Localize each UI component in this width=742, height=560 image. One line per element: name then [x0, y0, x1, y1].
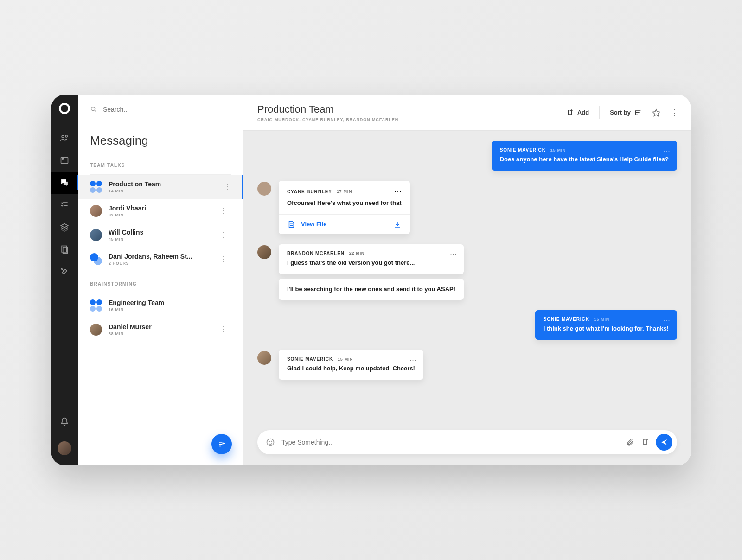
svg-point-0	[62, 135, 64, 138]
sort-icon	[634, 109, 642, 116]
more-icon[interactable]: ⋮	[224, 186, 231, 188]
new-conversation-button[interactable]	[211, 434, 232, 454]
composer-input[interactable]	[281, 439, 620, 446]
chat-scroll[interactable]: SONIE MAVERICK 15 MIN ⋯ Does anyone here…	[243, 131, 691, 430]
message-row: CYANE BURNLEY 17 MIN ⋯ Ofcourse! Here's …	[257, 181, 677, 234]
conversation-production-team[interactable]: Production Team 14 MIN ⋮	[78, 175, 243, 199]
message-sender: SONIE MAVERICK	[500, 147, 546, 153]
sender-avatar	[257, 245, 271, 259]
chat-members: CRAIG MURDOCK, CYANE BURNLEY, BRANDON MC…	[257, 117, 398, 122]
conversation-daniel[interactable]: Daniel Murser 38 MIN ⋮	[90, 318, 231, 342]
message-sender: SONIE MAVERICK	[287, 356, 333, 362]
conversation-time: 32 MIN	[109, 213, 146, 217]
sender-avatar	[257, 351, 271, 365]
svg-point-27	[271, 441, 272, 442]
current-user-avatar[interactable]	[58, 441, 71, 455]
nav-rail	[51, 95, 78, 465]
message-row: SONIE MAVERICK 15 MIN ⋯ I think she got …	[257, 310, 677, 340]
conversation-time: 16 MIN	[109, 307, 164, 312]
message-sender: BRANDON MCFARLEN	[287, 251, 345, 256]
message-bubble-incoming: SONIE MAVERICK 15 MIN ⋯ Glad I could hel…	[279, 350, 423, 380]
svg-rect-3	[62, 159, 64, 160]
conversation-time: 38 MIN	[109, 331, 152, 336]
conversation-dani-raheem[interactable]: Dani Jordans, Raheem St... 2 HOURS ⋮	[90, 247, 231, 271]
message-time: 22 MIN	[349, 251, 365, 255]
message-row: SONIE MAVERICK 15 MIN ⋯ Glad I could hel…	[257, 350, 677, 380]
message-sender: CYANE BURNLEY	[287, 189, 332, 194]
emoji-icon[interactable]	[266, 438, 275, 447]
message-text: Ofcourse! Here's what you need for that	[287, 199, 402, 208]
message-more-icon[interactable]: ⋯	[450, 250, 457, 258]
message-row: SONIE MAVERICK 15 MIN ⋯ Does anyone here…	[257, 141, 677, 171]
message-bubble-outgoing: SONIE MAVERICK 15 MIN ⋯ I think she got …	[535, 310, 677, 340]
add-label: Add	[577, 109, 589, 116]
add-button[interactable]: Add	[566, 109, 589, 116]
chat-main: Production Team CRAIG MURDOCK, CYANE BUR…	[243, 95, 691, 465]
nav-messaging[interactable]	[51, 172, 78, 194]
svg-point-9	[61, 268, 62, 269]
message-time: 15 MIN	[550, 148, 566, 153]
message-time: 15 MIN	[594, 317, 609, 322]
message-bubble-incoming: BRANDON MCFARLEN 22 MIN ⋯ I guess that's…	[279, 244, 464, 274]
more-icon[interactable]: ⋮	[671, 112, 679, 114]
conversation-name: Jordi Vbaari	[109, 204, 146, 212]
message-bubble-outgoing: SONIE MAVERICK 15 MIN ⋯ Does anyone here…	[492, 141, 677, 171]
send-button[interactable]	[656, 434, 672, 451]
nav-tools[interactable]	[51, 261, 78, 283]
svg-line-11	[95, 110, 96, 112]
message-text: Glad I could help, Keep me updated. Chee…	[287, 364, 415, 373]
attachment-icon[interactable]	[626, 438, 634, 446]
group-brainstorming: BRAINSTORMING	[90, 281, 231, 286]
message-sender: SONIE MAVERICK	[544, 317, 589, 322]
nav-layers[interactable]	[51, 216, 78, 238]
chat-title: Production Team	[257, 103, 398, 115]
conversation-time: 14 MIN	[109, 189, 161, 193]
sender-avatar	[257, 182, 271, 196]
conversation-time: 45 MIN	[109, 237, 143, 242]
message-text: I guess that's the old version you got t…	[287, 259, 455, 267]
conversation-name: Will Collins	[109, 229, 143, 236]
conversation-sidebar: Messaging TEAM TALKS Production Team 14 …	[78, 95, 243, 465]
more-icon[interactable]: ⋮	[220, 210, 227, 212]
download-icon[interactable]	[393, 220, 402, 229]
conversation-name: Engineering Team	[109, 299, 164, 306]
message-text: I think she got what I'm looking for, Th…	[544, 325, 669, 333]
file-message-card: CYANE BURNLEY 17 MIN ⋯ Ofcourse! Here's …	[279, 181, 410, 234]
svg-point-10	[91, 107, 95, 110]
message-text: Does anyone here have the latest Siena's…	[500, 155, 669, 164]
nav-tasks[interactable]	[51, 194, 78, 216]
view-file-button[interactable]: View File	[301, 221, 326, 228]
conversation-name: Daniel Murser	[109, 323, 152, 331]
star-icon[interactable]	[652, 108, 660, 117]
conversation-will[interactable]: Will Collins 45 MIN ⋮	[90, 223, 231, 247]
group-team-talks: TEAM TALKS	[90, 163, 231, 168]
chat-topbar: Production Team CRAIG MURDOCK, CYANE BUR…	[243, 95, 691, 131]
more-icon[interactable]: ⋮	[220, 329, 227, 331]
svg-marker-20	[653, 109, 660, 116]
nav-dashboard[interactable]	[51, 149, 78, 172]
svg-point-26	[269, 441, 270, 442]
more-icon[interactable]: ⋮	[220, 258, 227, 260]
message-more-icon[interactable]: ⋯	[663, 316, 671, 324]
search-bar[interactable]	[78, 95, 243, 124]
sort-button[interactable]: Sort by	[610, 109, 642, 116]
more-icon[interactable]: ⋮	[220, 234, 227, 236]
message-more-icon[interactable]: ⋯	[663, 146, 671, 155]
message-more-icon[interactable]: ⋯	[409, 356, 417, 364]
sort-label: Sort by	[610, 109, 631, 116]
share-icon[interactable]	[641, 438, 649, 446]
nav-notifications[interactable]	[51, 411, 78, 433]
export-icon	[566, 109, 574, 116]
nav-documents[interactable]	[51, 238, 78, 261]
message-more-icon[interactable]: ⋯	[394, 187, 402, 196]
divider	[599, 106, 600, 119]
search-input[interactable]	[103, 106, 231, 113]
nav-contacts[interactable]	[51, 127, 78, 149]
svg-marker-6	[61, 224, 68, 228]
conversation-name: Production Team	[109, 180, 161, 188]
message-text: I'll be searching for the new ones and s…	[287, 285, 455, 294]
conversation-jordi[interactable]: Jordi Vbaari 32 MIN ⋮	[90, 199, 231, 223]
conversation-engineering-team[interactable]: Engineering Team 16 MIN	[90, 293, 231, 318]
message-composer	[257, 430, 677, 454]
message-time: 15 MIN	[338, 357, 353, 362]
